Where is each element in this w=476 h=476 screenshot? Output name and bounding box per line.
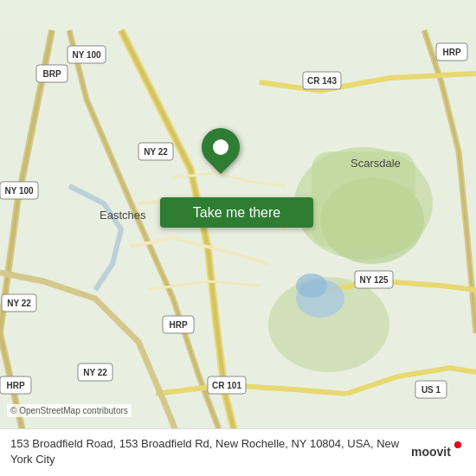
address-text: 153 Broadfield Road, 153 Broadfield Rd, … [10,436,401,467]
svg-text:Scarsdale: Scarsdale [351,157,401,170]
svg-text:Eastches: Eastches [100,209,146,222]
svg-text:BRP: BRP [42,69,61,79]
svg-text:NY 125: NY 125 [359,275,389,285]
moovit-logo: moovit [409,439,466,465]
svg-point-36 [454,441,461,448]
svg-text:NY 22: NY 22 [144,147,168,157]
svg-text:US 1: US 1 [421,385,441,395]
svg-text:NY 22: NY 22 [83,368,107,377]
svg-text:CR 101: CR 101 [212,381,241,390]
take-me-there-button[interactable]: Take me there [160,197,313,228]
svg-text:HRP: HRP [169,320,187,330]
osm-attribution: © OpenStreetMap contributors [7,404,132,417]
svg-point-34 [296,273,327,298]
svg-text:HRP: HRP [442,48,460,57]
location-pin [202,128,240,166]
svg-text:HRP: HRP [6,381,24,390]
svg-text:NY 22: NY 22 [7,299,31,308]
map-container: NY 100 CR 143 HRP BRP NY 100 NY 22 NY 22… [0,0,476,476]
info-bar: 153 Broadfield Road, 153 Broadfield Rd, … [0,428,476,476]
svg-text:CR 143: CR 143 [307,76,337,86]
svg-text:NY 100: NY 100 [4,186,34,196]
svg-text:moovit: moovit [411,445,451,459]
svg-text:NY 100: NY 100 [72,50,101,60]
